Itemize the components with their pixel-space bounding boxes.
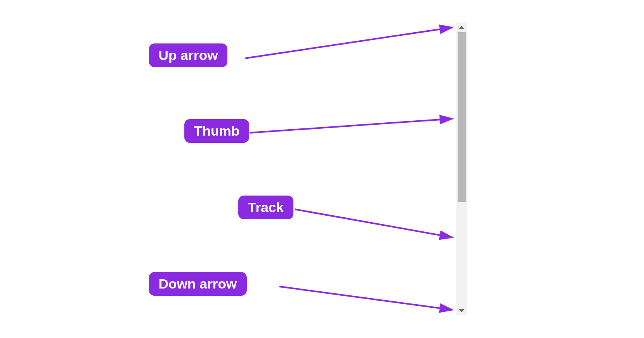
label-down-arrow: Down arrow [149,272,247,296]
label-thumb: Thumb [184,119,249,143]
pointer-line-up-arrow [245,27,452,58]
label-track: Track [238,196,293,219]
annotation-arrows [0,0,644,338]
pointer-line-thumb [250,119,452,133]
pointer-line-down-arrow [279,286,452,310]
label-up-arrow: Up arrow [149,43,227,67]
pointer-line-track [295,209,452,237]
